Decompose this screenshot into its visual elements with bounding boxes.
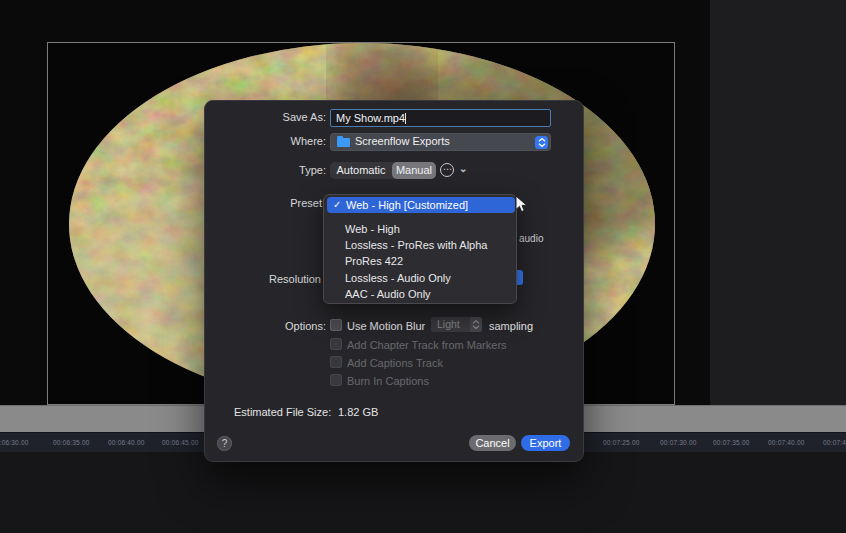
preset-dropdown-menu: ✓ Web - High [Customized] Web - High Los… <box>323 194 517 304</box>
chapter-track-checkbox <box>330 338 342 350</box>
motion-blur-amount-popup[interactable]: Light <box>431 317 482 332</box>
mouse-cursor-icon <box>515 195 528 217</box>
burn-captions-label: Burn In Captions <box>347 375 429 387</box>
chevron-down-icon[interactable]: ⌄ <box>459 163 467 174</box>
hidden-row-audio-text: audio <box>519 233 543 244</box>
preset-menu-item-selected[interactable]: ✓ Web - High [Customized] <box>327 197 515 213</box>
type-segmented-control: Automatic Manual <box>330 162 436 179</box>
type-label: Type: <box>206 164 326 176</box>
timecode: 00:06:40.00 <box>108 439 145 446</box>
where-popup-button[interactable]: Screenflow Exports <box>330 133 551 151</box>
preset-menu-item[interactable]: ProRes 422 <box>345 254 513 269</box>
preset-menu-item[interactable]: AAC - Audio Only <box>345 287 513 302</box>
cancel-button[interactable]: Cancel <box>469 435 516 451</box>
captions-track-label: Add Captions Track <box>347 357 443 369</box>
stepper-icon-disabled <box>470 317 482 332</box>
timecode: 00:06:45.00 <box>162 439 199 446</box>
resolution-label: Resolution <box>201 273 321 285</box>
save-as-label: Save As: <box>206 111 326 123</box>
preset-selected-text: Web - High [Customized] <box>346 197 468 213</box>
save-as-value: My Show.mp4 <box>336 112 405 124</box>
checkmark-icon: ✓ <box>333 197 341 213</box>
save-as-input[interactable]: My Show.mp4 <box>330 109 551 127</box>
timecode: 00:06:30.00 <box>0 439 29 446</box>
sampling-label: sampling <box>489 320 533 332</box>
timecode: 00:06:35.00 <box>53 439 90 446</box>
timecode: 00:07:40.00 <box>768 439 805 446</box>
where-value: Screenflow Exports <box>355 135 450 147</box>
timeline-tracks-area <box>0 452 846 533</box>
motion-blur-checkbox[interactable] <box>330 319 342 331</box>
stepper-icon <box>535 136 548 149</box>
preset-label: Preset <box>202 197 322 209</box>
segment-automatic[interactable]: Automatic <box>330 162 392 179</box>
more-options-icon[interactable]: ⋯ <box>440 163 454 177</box>
motion-blur-label: Use Motion Blur <box>347 320 425 332</box>
where-label: Where: <box>206 135 326 147</box>
captions-track-checkbox <box>330 356 342 368</box>
preset-menu-item[interactable]: Lossless - Audio Only <box>345 271 513 286</box>
estimated-size-value: 1.82 GB <box>338 406 378 418</box>
timecode: 00:07:35.00 <box>713 439 750 446</box>
app-window: › 00:06:30.00 00:06:35.00 00:06:40.00 00… <box>0 0 846 533</box>
options-label: Options: <box>206 320 326 332</box>
folder-icon <box>337 138 350 147</box>
segment-manual[interactable]: Manual <box>392 162 436 179</box>
export-button[interactable]: Export <box>521 435 570 451</box>
timecode: 00:07:45.00 <box>823 439 846 446</box>
preset-menu-item[interactable]: Web - High <box>345 222 513 237</box>
timecode: 00:07:25.00 <box>603 439 640 446</box>
motion-blur-amount-value: Light <box>437 318 460 330</box>
preset-menu-item[interactable]: Lossless - ProRes with Alpha <box>345 238 513 253</box>
help-button[interactable]: ? <box>217 436 232 451</box>
text-caret <box>405 113 406 124</box>
right-side-panel <box>710 0 846 405</box>
chapter-track-label: Add Chapter Track from Markers <box>347 339 507 351</box>
estimated-size-label: Estimated File Size: <box>234 406 331 418</box>
timecode: 00:07:30.00 <box>660 439 697 446</box>
burn-captions-checkbox <box>330 374 342 386</box>
